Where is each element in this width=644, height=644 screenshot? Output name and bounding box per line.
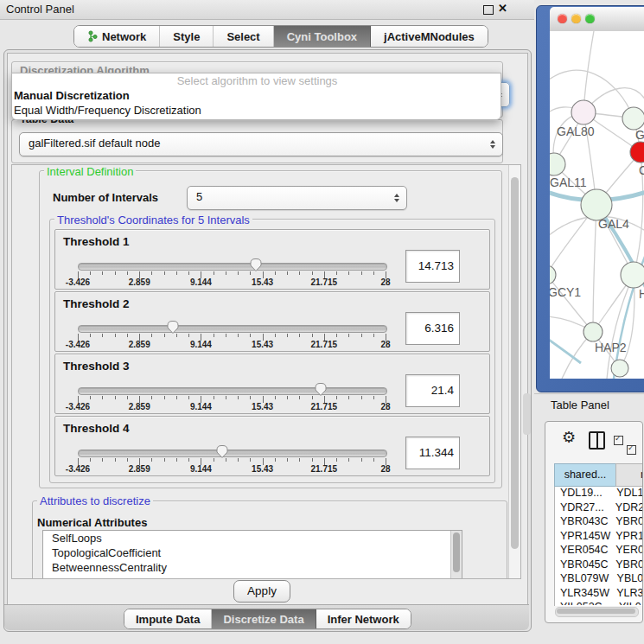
network-node-g-[interactable]	[622, 107, 644, 130]
slider-thumb[interactable]	[166, 320, 180, 335]
mac-minimize-icon[interactable]	[571, 14, 581, 23]
threshold-label: Threshold 1	[63, 235, 130, 248]
tick-label: 2.859	[129, 464, 150, 474]
tab-select[interactable]: Select	[214, 26, 273, 47]
attribute-item-selfloops[interactable]: SelfLoops	[43, 531, 462, 545]
numerical-attributes-label: Numerical Attributes	[37, 516, 147, 529]
tick-label: 9.144	[190, 277, 212, 287]
table-panel-title: Table Panel	[551, 399, 609, 411]
cell-shared-name: YIL052C	[554, 600, 615, 605]
cell-name: YDR2	[612, 501, 642, 515]
apply-button[interactable]: Apply	[233, 580, 290, 603]
threshold-1-panel: Threshold 1-3.4262.8599.14415.4321.71528…	[54, 229, 490, 290]
numerical-attributes-list[interactable]: SelfLoopsTopologicalCoefficientBetweenne…	[42, 530, 462, 579]
network-edge-highlighted[interactable]	[550, 335, 581, 363]
tick-label: 9.144	[190, 464, 212, 474]
tab-impute-data[interactable]: Impute Data	[124, 609, 212, 628]
attribute-item-betweennesscentrality[interactable]: BetweennessCentrality	[43, 560, 462, 575]
dropdown-option-equal-width-frequency-discretization[interactable]: Equal Width/Frequency Discretization	[12, 103, 501, 118]
tick-label: 21.715	[311, 464, 338, 474]
network-node[interactable]	[611, 360, 628, 377]
network-node-hap2[interactable]	[583, 322, 603, 341]
table-data-combobox-value: galFiltered.sif default node	[29, 137, 160, 150]
table-row[interactable]: YLR345WYLR3	[554, 586, 642, 601]
network-node-h[interactable]	[621, 262, 644, 288]
tick-label: 9.144	[190, 340, 212, 349]
network-window-titlebar[interactable]	[550, 7, 644, 32]
table-row[interactable]: YBR043CYBR0	[554, 514, 642, 529]
slider-track[interactable]	[78, 450, 387, 457]
mac-close-icon[interactable]	[558, 14, 567, 23]
checkbox-icon[interactable]	[627, 445, 636, 455]
slider-track[interactable]	[78, 387, 387, 395]
network-node-c[interactable]	[630, 142, 644, 163]
tick-label: 28	[380, 277, 390, 287]
table-row[interactable]: YDL19...YDL1	[554, 486, 642, 501]
tab-jactivemnodules[interactable]: jActiveMNodules	[371, 26, 488, 47]
tab-infer-network[interactable]: Infer Network	[316, 609, 411, 628]
network-node-gal4[interactable]	[581, 189, 612, 220]
cell-shared-name: YLR345W	[554, 586, 613, 601]
attribute-item-topologicalcoefficient[interactable]: TopologicalCoefficient	[43, 545, 462, 560]
network-node-gal11[interactable]	[550, 153, 565, 175]
slider-thumb[interactable]	[215, 444, 229, 459]
thresholds-group-title: Threshold's Coordinates for 5 Intervals	[54, 214, 252, 226]
network-node-gal80[interactable]	[571, 100, 596, 124]
tab-style[interactable]: Style	[160, 26, 214, 47]
network-edge[interactable]	[550, 275, 593, 332]
tick-label: 2.859	[129, 402, 150, 411]
slider-track[interactable]	[78, 263, 387, 271]
slider-thumb[interactable]	[249, 258, 263, 272]
threshold-4-panel: Threshold 4-3.4262.8599.14415.4321.71528…	[54, 416, 490, 476]
network-node-label: GCY1	[550, 285, 581, 299]
table-row[interactable]: YIL052CYIL0	[554, 600, 642, 605]
tab-discretize-data[interactable]: Discretize Data	[212, 609, 316, 628]
panel-scrollbar-thumb[interactable]	[511, 177, 519, 549]
table-row[interactable]: YBL079WYBL0	[554, 571, 642, 586]
interval-definition-title: Interval Definition	[44, 165, 136, 178]
close-icon[interactable]: ✕	[498, 2, 507, 15]
threshold-value-field[interactable]: 14.713	[405, 250, 460, 283]
gear-icon[interactable]: ⚙	[562, 430, 576, 445]
list-scrollbar[interactable]	[450, 531, 462, 579]
table-row[interactable]: YDR27...YDR2	[554, 501, 642, 515]
number-of-intervals-combobox[interactable]: 5	[187, 186, 407, 210]
network-node-gcy1[interactable]	[550, 265, 556, 284]
dropdown-option-manual-discretization[interactable]: Manual Discretization	[12, 88, 501, 103]
combo-stepper-icon[interactable]	[394, 194, 399, 202]
tab-cyni-toolbox[interactable]: Cyni Toolbox	[274, 26, 371, 47]
network-edge[interactable]	[593, 205, 596, 332]
network-icon	[87, 30, 98, 42]
cell-shared-name: YDL19...	[554, 486, 613, 501]
cell-shared-name: YBL079W	[554, 571, 614, 586]
combo-stepper-icon[interactable]	[490, 140, 495, 149]
mac-zoom-icon[interactable]	[585, 14, 595, 23]
tick-label: -3.426	[66, 402, 90, 411]
cell-name: YBR0	[612, 558, 642, 572]
panel-scrollbar[interactable]	[508, 165, 520, 578]
table-row[interactable]: YBR045CYBR0	[554, 558, 642, 572]
table-horizontal-scrollbar[interactable]	[555, 607, 639, 617]
table-row[interactable]: YPR145WYPR1	[554, 529, 642, 544]
slider-thumb[interactable]	[314, 382, 328, 397]
tick-label: 28	[380, 464, 390, 474]
cell-shared-name: YER054C	[554, 543, 612, 558]
threshold-value-field[interactable]: 11.344	[405, 437, 460, 469]
table-data-combobox[interactable]: galFiltered.sif default node	[19, 132, 503, 156]
threshold-value-field[interactable]: 21.4	[405, 374, 460, 407]
threshold-value-field[interactable]: 6.316	[405, 312, 460, 345]
column-header-name[interactable]: na	[615, 463, 643, 487]
float-window-icon[interactable]	[483, 5, 494, 15]
columns-icon[interactable]	[589, 431, 605, 450]
tick-label: 2.859	[129, 340, 150, 349]
table-row[interactable]: YER054CYER0	[554, 543, 642, 558]
tab-network[interactable]: Network	[74, 26, 160, 47]
column-header-shared-name[interactable]: shared...	[554, 463, 616, 487]
cell-shared-name: YBR043C	[554, 514, 612, 529]
network-canvas[interactable]: GAL80G.CGAL11GAL4GCY1HHAP2	[550, 31, 644, 379]
slider-track[interactable]	[78, 325, 387, 333]
cell-name: YER0	[612, 543, 642, 558]
network-node-label: HAP2	[595, 341, 627, 354]
splitter-handle[interactable]	[523, 393, 531, 435]
checkbox-icon[interactable]	[614, 436, 623, 445]
